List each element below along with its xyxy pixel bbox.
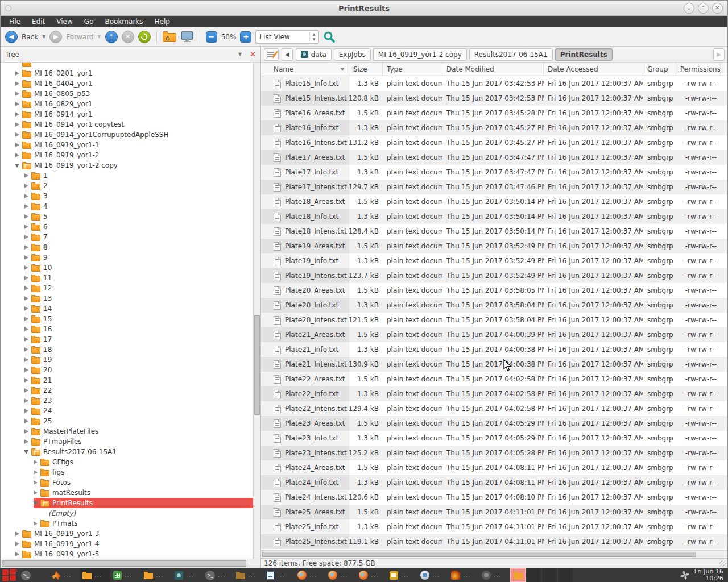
expander-open-icon[interactable] bbox=[31, 501, 39, 505]
tree-item[interactable]: MI 16_0201_yor1 bbox=[1, 68, 253, 78]
taskbar-empty-slot[interactable] bbox=[526, 568, 541, 582]
tree-item[interactable]: 6 bbox=[1, 222, 253, 232]
column-header-size[interactable]: Size bbox=[349, 63, 383, 76]
tray-pinwheel-icon[interactable] bbox=[680, 570, 690, 580]
forward-button[interactable]: Forward bbox=[66, 33, 93, 41]
table-row[interactable]: Plate24_Info.txt1.3 kBplain text documen… bbox=[261, 475, 727, 490]
menu-bookmarks[interactable]: Bookmarks bbox=[100, 16, 148, 27]
spinner-arrows-icon[interactable]: ▲▼ bbox=[309, 32, 316, 41]
tree-item[interactable] bbox=[1, 63, 253, 68]
expander-closed-icon[interactable] bbox=[22, 255, 30, 260]
tree-item[interactable]: 23 bbox=[1, 396, 253, 406]
expander-closed-icon[interactable] bbox=[22, 225, 30, 229]
tree-item[interactable]: CFfigs bbox=[1, 457, 253, 467]
table-row[interactable]: Plate18_Info.txt1.3 kBplain text documen… bbox=[261, 209, 727, 224]
table-row[interactable]: Plate17_Intens.txt129.7 kBplain text doc… bbox=[261, 180, 727, 194]
taskbar-task[interactable]: >_ bbox=[19, 568, 49, 582]
table-row[interactable]: Plate23_Areas.txt1.5 kBplain text docume… bbox=[261, 416, 727, 431]
tree-item[interactable]: PTmats bbox=[1, 518, 253, 529]
breadcrumb-printresults[interactable]: PrintResults bbox=[555, 48, 613, 61]
expander-closed-icon[interactable] bbox=[13, 122, 21, 127]
tree-item[interactable]: 12 bbox=[1, 283, 253, 293]
column-header-date-modified[interactable]: Date Modified bbox=[442, 63, 544, 76]
tree-item[interactable]: 14 bbox=[1, 304, 253, 314]
expander-closed-icon[interactable] bbox=[13, 153, 21, 157]
column-header-date-accessed[interactable]: Date Accessed bbox=[544, 63, 643, 76]
expander-closed-icon[interactable] bbox=[22, 276, 30, 280]
table-row[interactable]: Plate25_Areas.txt1.5 kBplain text docume… bbox=[261, 505, 727, 519]
table-row[interactable]: Plate17_Info.txt1.3 kBplain text documen… bbox=[261, 165, 727, 180]
side-pane-close-icon[interactable]: ✕ bbox=[250, 50, 256, 59]
expander-closed-icon[interactable] bbox=[22, 184, 30, 188]
expander-closed-icon[interactable] bbox=[13, 92, 21, 96]
tree-item[interactable]: PTmapFiles bbox=[1, 436, 253, 447]
table-row[interactable]: Plate16_Areas.txt1.5 kBplain text docume… bbox=[261, 106, 727, 120]
tree-item[interactable]: MI 16_0919_yor1-5 bbox=[1, 549, 253, 559]
menu-file[interactable]: File bbox=[4, 16, 26, 27]
table-row[interactable]: Plate22_Intens.txt129.4 kBplain text doc… bbox=[261, 401, 727, 416]
table-row[interactable]: Plate23_Intens.txt125.2 kBplain text doc… bbox=[261, 446, 727, 460]
expander-closed-icon[interactable] bbox=[13, 81, 21, 86]
table-row[interactable]: Plate20_Intens.txt121.5 kBplain text doc… bbox=[261, 313, 727, 327]
list-hscrollbar-thumb[interactable] bbox=[262, 552, 696, 557]
tree-item[interactable]: MI 16_0919_yor1-2 copy bbox=[1, 160, 253, 171]
tree-item[interactable]: 7 bbox=[1, 232, 253, 242]
forward-dropdown-icon[interactable]: ▼ bbox=[98, 34, 101, 39]
taskbar-task[interactable]: ... bbox=[387, 568, 417, 582]
table-row[interactable]: Plate21_Intens.txt130.9 kBplain text doc… bbox=[261, 357, 727, 372]
table-row[interactable]: Plate25_Intens.txt119.1 kBplain text doc… bbox=[261, 534, 727, 549]
tree-item[interactable]: MI 16_0914_yor1 copytest bbox=[1, 119, 253, 130]
close-button[interactable]: ✕ bbox=[712, 3, 723, 14]
tree-item[interactable]: 17 bbox=[1, 334, 253, 344]
breadcrumb-expjobs[interactable]: ExpJobs bbox=[334, 48, 371, 61]
up-button[interactable]: ↑ bbox=[105, 31, 118, 43]
column-header-type[interactable]: Type bbox=[383, 63, 442, 76]
tree-item[interactable]: MI 16_0919_yor1-2 bbox=[1, 150, 253, 160]
back-dropdown-icon[interactable]: ▼ bbox=[42, 34, 46, 39]
table-row[interactable]: Plate22_Areas.txt1.5 kBplain text docume… bbox=[261, 372, 727, 386]
menu-go[interactable]: Go bbox=[79, 16, 99, 27]
expander-closed-icon[interactable] bbox=[22, 327, 30, 331]
table-row[interactable]: Plate24_Areas.txt1.5 kBplain text docume… bbox=[261, 460, 727, 475]
expander-closed-icon[interactable] bbox=[22, 214, 30, 219]
tree-item[interactable]: MI 16_0919_yor1-1 bbox=[1, 140, 253, 150]
table-row[interactable]: Plate23_Info.txt1.3 kBplain text documen… bbox=[261, 431, 727, 446]
table-row[interactable]: Plate18_Intens.txt128.4 kBplain text doc… bbox=[261, 224, 727, 239]
view-mode-select[interactable]: List View ▲▼ bbox=[255, 30, 319, 44]
refresh-button[interactable] bbox=[138, 31, 151, 43]
expander-closed-icon[interactable] bbox=[13, 132, 21, 137]
path-scroll-right-button[interactable]: ▶ bbox=[713, 48, 725, 61]
expander-open-icon[interactable] bbox=[22, 450, 30, 454]
tree-item[interactable]: 24 bbox=[1, 406, 253, 416]
resize-grip[interactable] bbox=[719, 560, 726, 567]
menu-view[interactable]: View bbox=[51, 16, 77, 27]
taskbar-task[interactable]: ... bbox=[80, 568, 110, 582]
clock[interactable]: Fri Jun 16 10:26 bbox=[694, 568, 723, 582]
expander-closed-icon[interactable] bbox=[22, 357, 30, 362]
expander-closed-icon[interactable] bbox=[13, 531, 21, 536]
table-row[interactable]: Plate20_Info.txt1.3 kBplain text documen… bbox=[261, 298, 727, 313]
table-row[interactable]: Plate19_Intens.txt123.7 kBplain text doc… bbox=[261, 268, 727, 283]
expander-closed-icon[interactable] bbox=[13, 71, 21, 76]
expander-closed-icon[interactable] bbox=[22, 317, 30, 321]
table-row[interactable]: Plate22_Info.txt1.3 kBplain text documen… bbox=[261, 386, 727, 401]
tree-item[interactable]: 4 bbox=[1, 201, 253, 211]
tree-item[interactable]: Results2017-06-15A1 bbox=[1, 447, 253, 457]
computer-button[interactable] bbox=[180, 31, 194, 43]
taskbar-task[interactable]: ... bbox=[357, 568, 387, 582]
tree-item[interactable]: (Empty) bbox=[1, 508, 253, 518]
table-row[interactable]: Plate15_Info.txt1.3 kBplain text documen… bbox=[261, 76, 727, 91]
tree-item[interactable]: 21 bbox=[1, 375, 253, 385]
table-row[interactable]: Plate16_Info.txt1.3 kBplain text documen… bbox=[261, 120, 727, 135]
list-horizontal-scrollbar[interactable] bbox=[261, 550, 727, 558]
tree-item[interactable]: MI 16_0919_yor1-4 bbox=[1, 539, 253, 549]
expander-closed-icon[interactable] bbox=[22, 347, 30, 352]
menu-help[interactable]: Help bbox=[150, 16, 175, 27]
expander-open-icon[interactable] bbox=[13, 164, 21, 168]
tree-horizontal-scrollbar[interactable] bbox=[1, 559, 260, 568]
tree-item[interactable]: 20 bbox=[1, 365, 253, 375]
expander-closed-icon[interactable] bbox=[31, 490, 39, 495]
taskbar-task[interactable]: ... bbox=[264, 568, 295, 582]
taskbar-task[interactable]: ... bbox=[111, 568, 141, 582]
tree-item[interactable]: MI 16_0914_yor1 bbox=[1, 109, 253, 119]
